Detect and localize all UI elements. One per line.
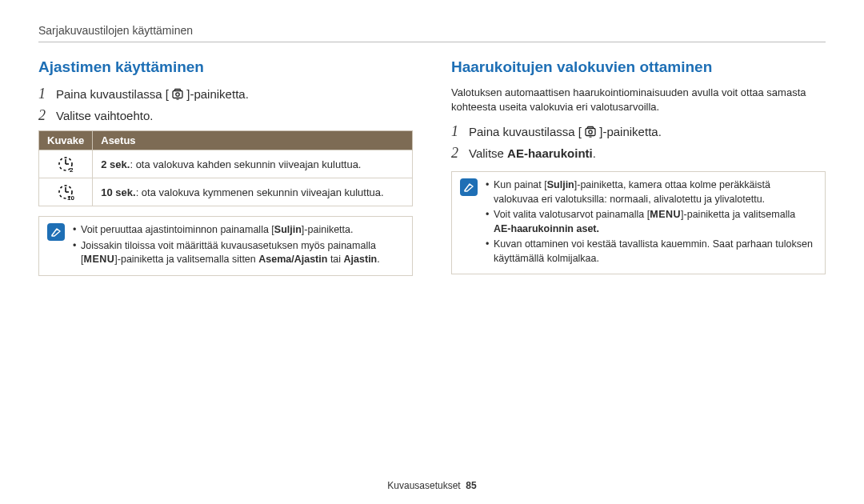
t: Valitse [469,146,507,160]
menu-key: MENU [83,254,114,265]
t: tai [327,254,343,265]
svg-rect-6 [586,129,595,136]
note-icon [47,223,65,241]
b: Ajastin [344,254,378,265]
footer-page: 85 [466,480,476,491]
b: AE-haarukoinnin aset. [494,223,599,234]
divider [38,42,826,42]
cell-text: 10 sek.: ota valokuva kymmenen sekunnin … [93,178,413,206]
t: . [377,254,379,265]
t: : ota valokuva kymmenen sekunnin viiveaj… [136,186,384,198]
note-item: Joissakin tiloissa voit määrittää kuvaus… [73,239,402,267]
step-num: 2 [38,107,56,124]
note-item: Voit peruuttaa ajastintoiminnon painamal… [73,223,402,238]
step-text: Valitse vaihtoehto. [56,109,153,122]
b: Suljin [274,224,302,235]
t: Voit peruuttaa ajastintoiminnon painamal… [81,224,274,235]
svg-text:10: 10 [67,194,74,201]
step-num: 2 [451,145,469,162]
intro-text: Valotuksen automaattisen haarukointiomin… [451,86,826,114]
svg-text:2: 2 [70,166,74,173]
menu-key: MENU [650,209,681,220]
step-2-right: 2 Valitse AE-haarukointi. [451,145,826,162]
note-item: Voit valita valotusarvot painamalla [MEN… [486,208,815,236]
b: Suljin [547,179,574,190]
timer-2s-icon: 2 [39,150,93,178]
svg-rect-0 [173,91,182,98]
t: ]-painiketta ja valitsemalla [681,209,795,220]
t: Kun painat [ [494,179,547,190]
t: : ota valokuva kahden sekunnin viiveajan… [130,158,361,170]
step-num: 1 [38,86,56,102]
footer-label: Kuvausasetukset [387,480,460,491]
cell-text: 2 sek.: ota valokuva kahden sekunnin vii… [93,150,413,178]
step-2-left: 2 Valitse vaihtoehto. [38,107,413,124]
breadcrumb: Sarjakuvaustilojen käyttäminen [38,24,826,37]
svg-point-7 [589,130,592,134]
step-text: Valitse AE-haarukointi. [469,146,596,160]
step-1-left: 1 Paina kuvaustilassa [ ]-painiketta. [38,86,413,102]
th-setting: Asetus [93,131,413,150]
b: Asema/Ajastin [258,254,327,265]
t: Voit valita valotusarvot painamalla [ [494,209,650,220]
col-left: Ajastimen käyttäminen 1 Paina kuvaustila… [38,58,413,276]
note-item: Kun painat [Suljin]-painiketta, kamera o… [486,178,815,206]
t: Kuvan ottaminen voi kestää tavallista ka… [494,238,813,264]
options-table: Kuvake Asetus 2 2 sek.: ota valokuva kah… [38,130,413,206]
note-icon [460,178,478,196]
footer: Kuvausasetukset 85 [0,480,864,491]
t: ]-painiketta. [302,224,354,235]
heading-right: Haarukoitujen valokuvien ottaminen [451,58,826,76]
burst-icon [585,126,596,140]
b: 2 sek. [101,158,130,170]
t: . [593,146,596,160]
th-icon: Kuvake [39,131,93,150]
t: Paina kuvaustilassa [ [469,125,582,138]
t: Paina kuvaustilassa [ [56,87,169,101]
table-row: 2 2 sek.: ota valokuva kahden sekunnin v… [39,150,413,178]
burst-icon [172,88,183,102]
b: AE-haarukointi [507,146,593,160]
t: ]-painiketta ja valitsemalla sitten [114,254,258,265]
note-right: Kun painat [Suljin]-painiketta, kamera o… [451,171,826,274]
table-row: 10 10 sek.: ota valokuva kymmenen sekunn… [39,178,413,206]
t: ]-painiketta. [186,87,249,101]
t: ]-painiketta. [599,125,662,138]
col-right: Haarukoitujen valokuvien ottaminen Valot… [451,58,826,276]
timer-10s-icon: 10 [39,178,93,206]
step-num: 1 [451,123,469,140]
step-1-right: 1 Paina kuvaustilassa [ ]-painiketta. [451,123,826,140]
note-item: Kuvan ottaminen voi kestää tavallista ka… [486,238,815,266]
note-left: Voit peruuttaa ajastintoiminnon painamal… [38,216,413,276]
svg-point-1 [176,93,179,96]
step-text: Paina kuvaustilassa [ ]-painiketta. [56,87,249,102]
step-text: Paina kuvaustilassa [ ]-painiketta. [469,125,662,140]
heading-left: Ajastimen käyttäminen [38,58,413,76]
b: 10 sek. [101,186,135,198]
